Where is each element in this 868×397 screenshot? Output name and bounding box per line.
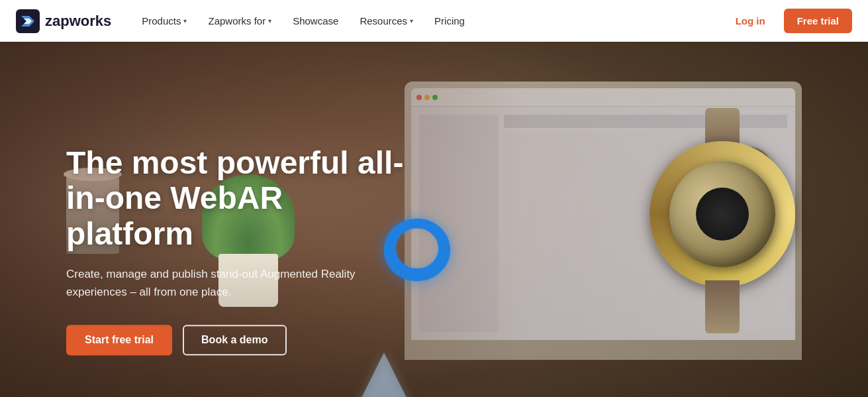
crystal-prism-ar xyxy=(351,353,417,397)
start-free-trial-button[interactable]: Start free trial xyxy=(66,325,172,355)
free-trial-button[interactable]: Free trial xyxy=(784,9,852,33)
nav-label-resources: Resources xyxy=(360,15,407,27)
logo-link[interactable]: zapworks xyxy=(16,9,111,33)
nav-label-zapworks-for: Zapworks for xyxy=(208,15,265,27)
nav-item-showcase[interactable]: Showcase xyxy=(283,10,348,32)
watch-dial xyxy=(696,188,749,241)
hero-subtitle: Create, manage and publish stand-out Aug… xyxy=(66,265,358,301)
nav-item-resources[interactable]: Resources ▾ xyxy=(350,10,422,32)
chevron-down-icon: ▾ xyxy=(410,17,413,25)
hero-section: The most powerful all-in-one WebAR platf… xyxy=(0,42,868,397)
nav-right: Log in Free trial xyxy=(725,9,852,33)
chevron-down-icon: ▾ xyxy=(268,17,271,25)
scene-watch-ar xyxy=(630,108,815,333)
chevron-down-icon: ▾ xyxy=(183,17,187,25)
nav-item-products[interactable]: Products ▾ xyxy=(132,10,196,32)
navbar: zapworks Products ▾ Zapworks for ▾ Showc… xyxy=(0,0,868,42)
nav-links: Products ▾ Zapworks for ▾ Showcase Resou… xyxy=(132,10,724,32)
zapworks-logo-icon xyxy=(16,9,40,33)
nav-item-zapworks-for[interactable]: Zapworks for ▾ xyxy=(199,10,281,32)
hero-content: The most powerful all-in-one WebAR platf… xyxy=(66,125,410,356)
logo-text: zapworks xyxy=(45,13,111,30)
login-button[interactable]: Log in xyxy=(725,10,776,32)
nav-label-pricing: Pricing xyxy=(434,15,465,27)
hero-title: The most powerful all-in-one WebAR platf… xyxy=(66,145,410,252)
watch-face xyxy=(669,161,775,267)
book-demo-button[interactable]: Book a demo xyxy=(183,325,286,355)
nav-label-showcase: Showcase xyxy=(293,15,338,27)
nav-label-products: Products xyxy=(142,15,181,27)
watch-band-bottom xyxy=(705,280,740,333)
nav-item-pricing[interactable]: Pricing xyxy=(425,10,474,32)
hero-cta-group: Start free trial Book a demo xyxy=(66,325,410,355)
